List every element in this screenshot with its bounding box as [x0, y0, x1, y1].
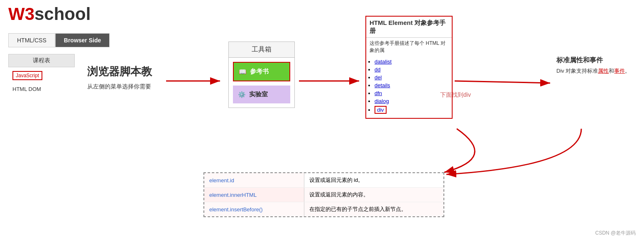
del-link[interactable]: del	[375, 74, 382, 81]
sidebar-item-javascript[interactable]: JavaScript	[12, 71, 42, 80]
book-icon: 📖	[239, 68, 247, 76]
properties-panel: 标准属性和事件 Div 对象支持标准属性和事件。	[556, 56, 631, 75]
toolbox-lab[interactable]: ⚙️ 实验室	[233, 86, 290, 103]
table-row: element.insertBefore() 在指定的已有的子节点之前插入新节点…	[204, 202, 443, 217]
dialog-link[interactable]: dialog	[375, 98, 389, 104]
toolbox-title: 工具箱	[229, 42, 294, 58]
sidebar: 课程表 JavaScript HTML DOM	[8, 54, 75, 94]
properties-text: Div 对象支持标准属性和事件。	[556, 67, 631, 75]
tab-browser[interactable]: Browser Side	[55, 33, 110, 47]
toolbox-book-label: 参考书	[250, 68, 269, 76]
dfn-link[interactable]: dfn	[375, 90, 382, 96]
details-link[interactable]: details	[375, 82, 390, 88]
table-row: element.innerHTML 设置或返回元素的内容。	[204, 188, 443, 202]
table-cell-desc: 设置或返回元素的内容。	[304, 188, 443, 202]
properties-title: 标准属性和事件	[556, 56, 631, 65]
main-subtext: 从左侧的菜单选择你需要	[87, 83, 151, 91]
div-highlighted[interactable]: div	[375, 106, 387, 114]
datalist-link[interactable]: datalist	[375, 59, 392, 65]
tab-html[interactable]: HTML/CSS	[8, 33, 55, 47]
logo: W3school	[8, 4, 91, 24]
label-find-div: 下面找到div	[440, 91, 471, 99]
table-cell-property[interactable]: element.innerHTML	[204, 188, 304, 202]
list-item[interactable]: dialog	[375, 97, 448, 105]
main-heading: 浏览器脚本教	[87, 64, 152, 79]
list-item[interactable]: dd	[375, 66, 448, 73]
table-cell-desc: 在指定的已有的子节点之前插入新节点。	[304, 202, 443, 217]
list-item[interactable]: dfn	[375, 89, 448, 97]
list-item[interactable]: datalist	[375, 58, 448, 66]
properties-event-link[interactable]: 事件	[614, 68, 625, 74]
dd-link[interactable]: dd	[375, 66, 380, 73]
lab-icon: ⚙️	[238, 91, 246, 98]
table-cell-desc: 设置或返回元素的 id。	[304, 173, 443, 188]
list-item-div[interactable]: div	[375, 105, 448, 115]
toolbox-book[interactable]: 📖 参考书	[233, 62, 290, 81]
toolbox-lab-label: 实验室	[249, 91, 268, 98]
element-panel-desc: 这些参考手册描述了每个 HTML 对象的属	[366, 38, 452, 56]
logo-school: school	[34, 4, 91, 24]
nav-tabs: HTML/CSS Browser Side	[8, 33, 110, 47]
sidebar-item-dom[interactable]: HTML DOM	[8, 84, 75, 94]
list-item[interactable]: del	[375, 73, 448, 81]
logo-w3: W3	[8, 4, 34, 24]
element-panel: HTML Element 对象参考手册 这些参考手册描述了每个 HTML 对象的…	[365, 16, 453, 119]
element-panel-title: HTML Element 对象参考手册	[366, 17, 452, 38]
toolbox: 工具箱 📖 参考书 ⚙️ 实验室	[228, 42, 295, 108]
watermark: CSDN @老牛源码	[595, 230, 636, 237]
list-item[interactable]: details	[375, 81, 448, 89]
properties-attr-link[interactable]: 属性	[598, 68, 609, 74]
table-cell-property[interactable]: element.id	[204, 173, 304, 188]
element-panel-list: datalist dd del details dfn dialog div	[366, 56, 452, 118]
sidebar-title: 课程表	[8, 54, 75, 67]
bottom-table: element.id 设置或返回元素的 id。 element.innerHTM…	[203, 172, 444, 217]
svg-line-3	[455, 81, 550, 83]
table-row: element.id 设置或返回元素的 id。	[204, 173, 443, 188]
table-cell-property[interactable]: element.insertBefore()	[204, 202, 304, 217]
